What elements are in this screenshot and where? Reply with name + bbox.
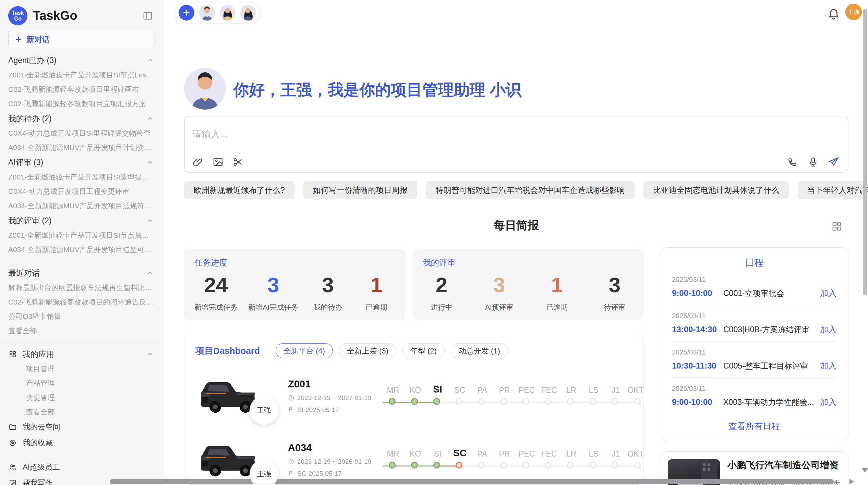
recent-conversation-item[interactable]: 解释最新出台的欧盟报废车法规再生塑料比例被调至15%... (8, 281, 154, 295)
conversation-item[interactable]: C0X4-动力总成开发项目工程变更评审 (8, 184, 154, 199)
scroll-right-arrow-icon[interactable] (849, 479, 854, 484)
app-title: TaskGo (33, 9, 136, 23)
conversation-item[interactable]: C0X4-动力总成开发项目SI里程碑提交物检查 (8, 126, 154, 140)
app-item-product-mgmt[interactable]: 产品管理 (8, 376, 154, 390)
milestone-label: FEC (538, 445, 560, 459)
view-all-recent[interactable]: 查看全部... (8, 324, 154, 338)
event-time: 9:00-10:00 (672, 288, 723, 298)
milestone-label: PA (471, 381, 493, 395)
chevron-up-icon (146, 350, 154, 358)
milestone-dot (634, 462, 641, 469)
milestone-label: PEC (516, 445, 538, 459)
people-icon (8, 463, 17, 472)
attachment-icon[interactable] (192, 156, 205, 169)
join-link[interactable]: 加入 (820, 397, 836, 408)
send-icon[interactable] (827, 156, 840, 169)
project-name[interactable]: A034 (288, 442, 374, 453)
horizontal-scrollbar[interactable] (110, 479, 834, 484)
conversation-item[interactable]: Z001-全新燃油轻卡产品开发项目SI节点属性5D文件评审 (8, 228, 154, 242)
stat-my-todo: 3 我的待办 (309, 273, 347, 312)
project-dates: 2023-12-19 ~ 2026-01-19 (288, 458, 374, 465)
section-header-recent[interactable]: 最近对话 (8, 265, 154, 281)
microphone-icon[interactable] (807, 156, 820, 169)
sidebar-item-label: 帮我写作 (23, 478, 53, 485)
filter-powertrain[interactable]: 动总开发 (1) (451, 343, 508, 358)
join-link[interactable]: 加入 (820, 360, 836, 371)
conversation-item[interactable]: Z001-全新燃油皮卡产品开发项目SI节点Lesson Learn报告 (8, 68, 154, 82)
filter-new-body[interactable]: 全新上装 (3) (339, 343, 396, 358)
event-time: 13:00-14:30 (672, 325, 723, 334)
logo-text-bottom: Go (14, 16, 22, 22)
sidebar: Task Go TaskGo 新对话 Agent已办 (3) Z001-全新燃油… (0, 0, 162, 485)
stat-in-progress: 2 进行中 (423, 273, 460, 312)
chevron-up-icon (146, 269, 154, 277)
user-avatar[interactable]: 王强 (845, 4, 862, 20)
suggestion-chip[interactable]: 特朗普可能对进口汽车增税会对中国车企造成哪些影响 (426, 181, 635, 199)
image-icon[interactable] (212, 156, 225, 169)
milestone-dot (612, 398, 618, 405)
agent-avatar-1[interactable] (199, 5, 215, 21)
app-item-project-mgmt[interactable]: 项目管理 (8, 362, 154, 376)
section-header-ai-review[interactable]: AI评审 (3) (8, 155, 154, 170)
add-agent-button[interactable] (179, 5, 194, 21)
notifications-bell-icon[interactable] (827, 7, 840, 20)
conversation-item[interactable]: A034-全新新能源MUV产品开发项目计划变更表编写 (8, 140, 154, 155)
conversation-item[interactable]: C02-飞腾新能源轻客改款项目立项汇报方案 (8, 97, 154, 111)
milestone-dot (500, 462, 507, 469)
recent-conversation-item[interactable]: C02-飞腾新能源轻客改款项目的闭环通告反馈情况 (8, 295, 154, 309)
conversation-item[interactable]: A034-全新新能源MUV产品开发项目法规符合性评审 (8, 199, 154, 213)
stat-overdue: 1 已逾期 (358, 273, 395, 312)
view-all-schedule-link[interactable]: 查看所有日程 (672, 421, 836, 432)
chat-input[interactable] (192, 128, 604, 153)
conversation-item[interactable]: C02-飞腾新能源轻客改款项目里程碑画布 (8, 82, 154, 97)
section-header-my-apps[interactable]: 我的应用 (8, 347, 154, 362)
milestone-timeline: MR KO SI SC PA PR PEC FEC LR LS J1 OKTB (382, 445, 644, 474)
divider (0, 342, 162, 343)
filter-new-platform[interactable]: 全新平台 (4) (276, 343, 333, 358)
project-flag: SC-2025-05-17 (288, 470, 374, 477)
suggestion-chip[interactable]: 比亚迪全固态电池计划具体说了什么 (643, 181, 789, 199)
milestone-dot-done (433, 398, 440, 405)
suggestion-chip[interactable]: 如何写一份清晰的项目周报 (303, 181, 417, 199)
agent-avatar-2[interactable] (220, 5, 236, 21)
suggestion-chip[interactable]: 当下年轻人对汽车外观有怎样的喜好趋势 (798, 181, 868, 199)
filter-model-year[interactable]: 年型 (2) (402, 343, 445, 358)
view-all-apps[interactable]: 查看全部... (8, 405, 154, 419)
milestone-timeline: MR KO SI SC PA PR PEC FEC LR LS J1 OKTB (382, 381, 644, 411)
scroll-down-arrow-icon[interactable] (861, 468, 868, 472)
section-header-my-todo[interactable]: 我的待办 (2) (8, 111, 154, 126)
project-image: 王强 (195, 436, 264, 484)
join-link[interactable]: 加入 (820, 324, 836, 335)
conversation-item[interactable]: Z001-全新燃油轻卡产品开发项目SI造型提交物评审 (8, 170, 154, 184)
event-time: 10:30-11:30 (672, 361, 723, 371)
milestone-dot-done (411, 462, 418, 469)
sidebar-item-ai-super-staff[interactable]: AI超级员工 (8, 459, 154, 475)
sidebar-collapse-icon[interactable] (142, 10, 154, 22)
project-flag: SI-2025-05-17 (288, 406, 374, 414)
agent-avatar-3[interactable] (240, 5, 256, 21)
flag-icon (288, 407, 294, 413)
milestone-label: FEC (538, 381, 560, 395)
divider (0, 261, 162, 261)
section-header-agent-done[interactable]: Agent已办 (3) (8, 53, 154, 68)
sidebar-item-cloud-space[interactable]: 我的云空间 (8, 419, 154, 435)
app-item-change-mgmt[interactable]: 变更管理 (8, 390, 154, 405)
new-chat-button[interactable]: 新对话 (8, 31, 154, 48)
section-header-my-review[interactable]: 我的评审 (2) (8, 213, 154, 228)
event-title: C001-立项审批会 (723, 288, 815, 299)
plus-icon (182, 8, 191, 17)
vertical-scrollbar[interactable] (863, 9, 867, 295)
user-name: 王强 (848, 8, 859, 16)
milestone-label: LR (560, 445, 582, 459)
conversation-item[interactable]: A034-全新新能源MUV产品开发项目造型可行性评审 (8, 242, 154, 257)
sidebar-item-favorites[interactable]: 我的收藏 (8, 435, 154, 451)
layout-grid-icon[interactable] (831, 221, 843, 232)
voice-call-icon[interactable] (786, 156, 799, 169)
sidebar-item-label: 我的收藏 (23, 438, 53, 448)
project-name[interactable]: Z001 (288, 378, 374, 390)
join-link[interactable]: 加入 (820, 288, 836, 299)
owner-badge: 王强 (250, 396, 278, 425)
recent-conversation-item[interactable]: 公司Q3轻卡销量 (8, 309, 154, 324)
scissors-icon[interactable] (231, 156, 244, 169)
suggestion-chip[interactable]: 欧洲新规最近颁布了什么? (184, 181, 294, 199)
